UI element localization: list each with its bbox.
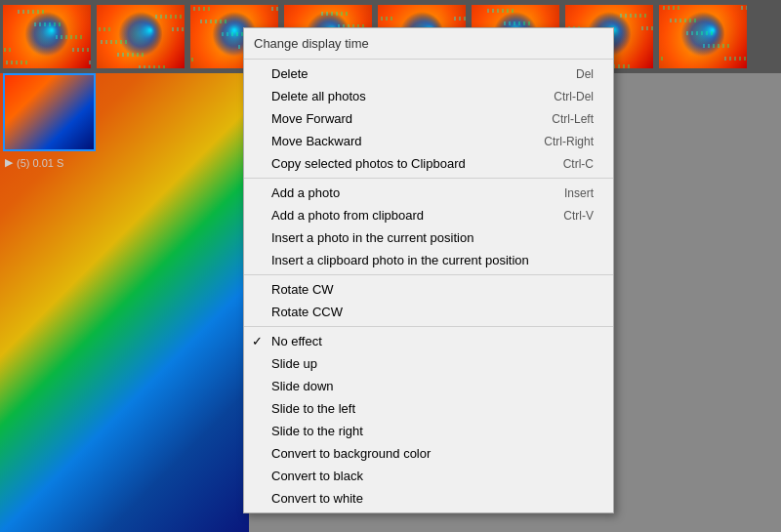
menu-add-photo[interactable]: Add a photo Insert	[244, 182, 613, 204]
menu-copy-clipboard-shortcut: Ctrl-C	[563, 157, 594, 171]
menu-move-forward-label: Move Forward	[271, 111, 352, 126]
menu-rotate-cw-label: Rotate CW	[271, 282, 334, 297]
separator-1	[244, 59, 613, 60]
menu-move-forward[interactable]: Move Forward Ctrl-Left	[244, 107, 613, 130]
menu-rotate-ccw-label: Rotate CCW	[271, 305, 343, 319]
menu-slide-down[interactable]: Slide down	[244, 375, 613, 397]
menu-add-clipboard-label: Add a photo from clipboard	[271, 208, 424, 223]
menu-convert-black[interactable]: Convert to black	[244, 465, 613, 487]
menu-slide-up-label: Slide up	[271, 356, 317, 371]
menu-slide-right[interactable]: Slide to the right	[244, 420, 613, 442]
separator-3	[244, 274, 613, 275]
menu-no-effect-label: No effect	[271, 334, 322, 348]
selected-thumbnail[interactable]	[3, 73, 96, 151]
menu-delete[interactable]: Delete Del	[244, 62, 613, 85]
menu-delete-shortcut: Del	[576, 67, 594, 81]
menu-convert-bg[interactable]: Convert to background color	[244, 442, 613, 465]
menu-add-clipboard-shortcut: Ctrl-V	[563, 209, 594, 223]
menu-copy-clipboard[interactable]: Copy selected photos to Clipboard Ctrl-C	[244, 152, 613, 175]
menu-insert-current[interactable]: Insert a photo in the current position	[244, 226, 613, 249]
thumb-1[interactable]	[3, 5, 91, 68]
menu-header-label: Change display time	[254, 36, 369, 51]
menu-slide-left-label: Slide to the left	[271, 401, 355, 416]
menu-add-clipboard[interactable]: Add a photo from clipboard Ctrl-V	[244, 204, 613, 226]
menu-delete-all-shortcut: Ctrl-Del	[554, 90, 594, 103]
menu-move-backward-shortcut: Ctrl-Right	[544, 135, 594, 148]
menu-slide-up[interactable]: Slide up	[244, 352, 613, 375]
menu-move-backward[interactable]: Move Backward Ctrl-Right	[244, 130, 613, 152]
menu-rotate-ccw[interactable]: Rotate CCW	[244, 301, 613, 323]
menu-slide-left[interactable]: Slide to the left	[244, 397, 613, 420]
menu-slide-right-label: Slide to the right	[271, 424, 363, 438]
menu-delete-all[interactable]: Delete all photos Ctrl-Del	[244, 85, 613, 107]
menu-no-effect[interactable]: No effect	[244, 330, 613, 352]
menu-insert-current-label: Insert a photo in the current position	[271, 230, 473, 245]
menu-convert-bg-label: Convert to background color	[271, 446, 431, 461]
menu-delete-label: Delete	[271, 66, 308, 81]
menu-change-display-time[interactable]: Change display time	[244, 31, 613, 56]
menu-move-forward-shortcut: Ctrl-Left	[552, 112, 594, 126]
thumb-8[interactable]	[659, 5, 747, 68]
menu-convert-black-label: Convert to black	[271, 469, 363, 483]
thumb-2[interactable]	[97, 5, 185, 68]
separator-4	[244, 326, 613, 327]
play-icon: ▶	[5, 156, 13, 169]
play-info-row: ▶ (5) 0.01 S	[5, 156, 63, 169]
menu-insert-clipboard-current-label: Insert a clipboard photo in the current …	[271, 253, 529, 267]
menu-convert-white-label: Convert to white	[271, 491, 363, 506]
menu-move-backward-label: Move Backward	[271, 134, 361, 148]
menu-add-photo-label: Add a photo	[271, 185, 340, 200]
menu-add-photo-shortcut: Insert	[564, 186, 594, 200]
separator-2	[244, 178, 613, 179]
menu-insert-clipboard-current[interactable]: Insert a clipboard photo in the current …	[244, 249, 613, 271]
menu-rotate-cw[interactable]: Rotate CW	[244, 278, 613, 301]
menu-copy-clipboard-label: Copy selected photos to Clipboard	[271, 156, 466, 171]
slide-duration: (5) 0.01 S	[17, 157, 63, 169]
menu-convert-white[interactable]: Convert to white	[244, 487, 613, 510]
menu-slide-down-label: Slide down	[271, 379, 334, 393]
context-menu: Change display time Delete Del Delete al…	[243, 27, 614, 513]
menu-delete-all-label: Delete all photos	[271, 89, 366, 103]
